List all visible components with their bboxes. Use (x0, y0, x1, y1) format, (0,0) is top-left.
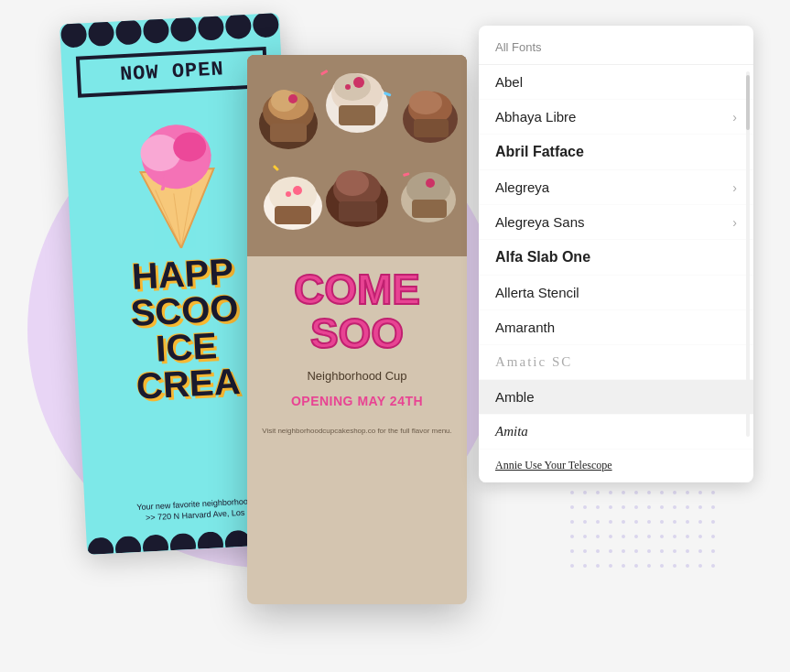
font-name: Abel (495, 74, 523, 90)
font-item-alegreya[interactable]: Alegreya› (479, 170, 753, 205)
svg-point-27 (286, 191, 291, 197)
font-item-abhaya-libre[interactable]: Abhaya Libre› (479, 100, 753, 135)
font-item-amatic-sc[interactable]: Amatic SC (479, 345, 753, 380)
svg-rect-19 (339, 105, 375, 125)
svg-point-22 (409, 91, 442, 114)
svg-point-18 (345, 84, 351, 90)
font-chevron-icon: › (732, 215, 737, 230)
svg-rect-13 (270, 124, 307, 142)
svg-point-16 (334, 73, 371, 101)
font-item-allerta-stencil[interactable]: Allerta Stencil (479, 276, 753, 310)
font-name: Alfa Slab One (495, 249, 590, 266)
font-item-abel[interactable]: Abel (479, 65, 753, 100)
cupcake-neighborhood: Neighborhood Cup (247, 360, 467, 387)
svg-point-35 (426, 179, 435, 188)
neighborhood-text: Neighborhood Cup (307, 369, 406, 383)
font-chevron-icon: › (732, 180, 737, 195)
font-chevron-icon: › (732, 110, 737, 125)
font-name: Amatic SC (495, 354, 572, 370)
svg-point-17 (353, 77, 364, 88)
font-dropdown: All Fonts AbelAbhaya Libre›Abril Fatface… (479, 26, 753, 482)
coming-line2: SOO (254, 311, 460, 355)
font-name: Alegreya (495, 179, 549, 195)
font-item-annie-use-your-telescope[interactable]: Annie Use Your Telescope (479, 450, 753, 482)
svg-point-12 (288, 94, 298, 103)
font-dropdown-header: All Fonts (479, 26, 753, 65)
svg-point-26 (293, 186, 302, 195)
font-name: Allerta Stencil (495, 285, 579, 300)
svg-point-31 (336, 170, 369, 196)
opening-text: OPENING MAY 24TH (291, 394, 423, 408)
font-item-alfa-slab-one[interactable]: Alfa Slab One (479, 240, 753, 276)
font-name: Annie Use Your Telescope (495, 459, 612, 472)
font-item-amaranth[interactable]: Amaranth (479, 310, 753, 345)
poster-cupcake: COME SOO Neighborhood Cup OPENING MAY 24… (247, 55, 467, 604)
font-dropdown-title: All Fonts (495, 40, 542, 54)
font-name: Amita (495, 424, 528, 439)
scrollbar-track (746, 71, 750, 437)
font-item-amita[interactable]: Amita (479, 415, 753, 450)
font-name: Amaranth (495, 320, 555, 335)
cupcake-opening: OPENING MAY 24TH (247, 387, 467, 415)
font-name: Abhaya Libre (495, 109, 576, 125)
icecream-title-box: now open (76, 47, 268, 98)
font-item-alegreya-sans[interactable]: Alegreya Sans› (479, 205, 753, 240)
svg-rect-28 (275, 206, 311, 224)
coming-line1: COME (254, 267, 460, 311)
svg-rect-36 (412, 200, 447, 218)
cupcake-photo (247, 55, 467, 256)
scallop-top (60, 13, 280, 49)
font-list[interactable]: AbelAbhaya Libre›Abril FatfaceAlegreya›A… (479, 65, 753, 482)
icecream-title: now open (119, 58, 224, 86)
visit-text: Visit neighborhoodcupcakeshop.co for the… (262, 427, 452, 435)
scrollbar-thumb (746, 75, 750, 130)
font-item-amble[interactable]: Amble (479, 380, 753, 415)
cupcake-coming-soon: COME SOO (247, 256, 467, 360)
font-name: Amble (495, 389, 535, 405)
font-name: Alegreya Sans (495, 214, 585, 230)
svg-rect-23 (414, 119, 449, 137)
svg-rect-32 (339, 201, 377, 222)
font-name: Abril Fatface (495, 144, 584, 160)
font-item-abril-fatface[interactable]: Abril Fatface (479, 135, 753, 170)
cupcake-visit: Visit neighborhoodcupcakeshop.co for the… (247, 415, 467, 442)
